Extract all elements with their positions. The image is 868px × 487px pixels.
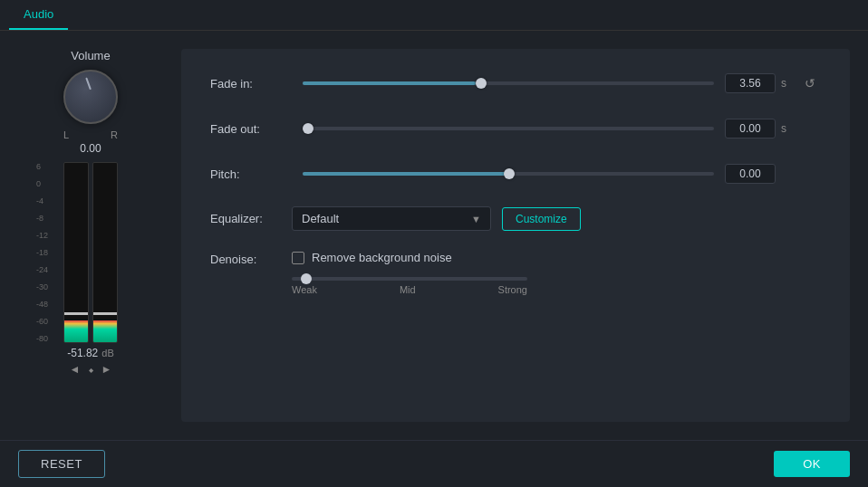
- vu-indicator-left: [64, 312, 88, 315]
- fade-out-slider[interactable]: [303, 127, 714, 130]
- fade-out-unit: s: [781, 122, 799, 135]
- pitch-value[interactable]: 0.00: [725, 164, 776, 184]
- pitch-label: Pitch:: [210, 167, 292, 181]
- vu-controls: ◄ ⬥ ►: [70, 363, 112, 376]
- fade-in-row: Fade in: 3.56 s ↺: [210, 71, 821, 96]
- fade-in-thumb[interactable]: [476, 78, 487, 89]
- db-unit: dB: [101, 348, 113, 358]
- pitch-slider[interactable]: [303, 172, 714, 176]
- fade-in-value[interactable]: 3.56: [725, 73, 776, 93]
- fade-in-reset-btn[interactable]: ↺: [799, 72, 821, 94]
- denoise-checkbox-label: Remove background noise: [312, 251, 452, 264]
- equalizer-dropdown[interactable]: Default ▼: [292, 206, 491, 231]
- equalizer-label: Equalizer:: [210, 212, 292, 225]
- volume-section: Volume L R 0.00 6 0 -4 -8 -12 -18 -24 -3…: [18, 49, 163, 422]
- fade-out-reset-placeholder: [799, 118, 821, 139]
- vu-indicator-right: [93, 312, 117, 315]
- denoise-label: Denoise:: [210, 251, 292, 266]
- volume-value: 0.00: [80, 142, 101, 155]
- volume-label: Volume: [71, 49, 110, 62]
- lr-right: R: [111, 129, 118, 140]
- fade-out-row: Fade out: 0.00 s: [210, 116, 821, 141]
- equalizer-selected: Default: [302, 212, 339, 225]
- fade-in-track: [303, 81, 714, 85]
- pitch-thumb[interactable]: [504, 168, 515, 179]
- lr-labels: L R: [63, 129, 118, 140]
- fade-in-label: Fade in:: [210, 77, 292, 91]
- vu-bottom: -51.82 dB: [67, 347, 114, 359]
- lr-left: L: [63, 129, 69, 140]
- denoise-slider-wrapper: Weak Mid Strong: [292, 277, 527, 295]
- vu-channel-left: [63, 162, 89, 343]
- db-value: -51.82: [67, 347, 98, 359]
- pitch-reset-placeholder: [799, 163, 821, 185]
- fade-out-value[interactable]: 0.00: [725, 119, 776, 138]
- volume-knob[interactable]: [63, 70, 118, 124]
- tab-audio[interactable]: Audio: [9, 0, 68, 30]
- pitch-track: [303, 172, 714, 176]
- fade-in-slider[interactable]: [303, 81, 714, 85]
- bottom-bar: RESET OK: [0, 440, 868, 487]
- equalizer-row: Equalizer: Default ▼ Customize: [210, 206, 821, 231]
- vu-reset-btn[interactable]: ⬥: [88, 363, 94, 376]
- denoise-checkbox-row: Remove background noise: [292, 251, 527, 264]
- fade-out-track: [303, 127, 714, 130]
- fade-out-thumb[interactable]: [303, 123, 313, 134]
- fade-in-unit: s: [781, 77, 799, 90]
- tab-bar: Audio: [0, 0, 868, 31]
- reset-button[interactable]: RESET: [18, 450, 105, 478]
- fade-in-fill: [303, 81, 476, 85]
- denoise-checkbox[interactable]: [292, 252, 304, 264]
- fade-out-label: Fade out:: [210, 122, 292, 136]
- vu-channel-right: [92, 162, 118, 343]
- denoise-row: Denoise: Remove background noise Weak Mi…: [210, 251, 821, 295]
- knob-indicator: [85, 78, 92, 91]
- ok-button[interactable]: OK: [774, 451, 850, 477]
- denoise-mid-label: Mid: [400, 284, 416, 295]
- vu-forward-btn[interactable]: ►: [101, 363, 112, 376]
- denoise-slider-track[interactable]: [292, 277, 527, 281]
- denoise-content: Remove background noise Weak Mid Strong: [292, 251, 527, 295]
- denoise-strong-label: Strong: [498, 284, 527, 295]
- vu-fill-left: [64, 320, 88, 342]
- pitch-fill: [303, 172, 508, 176]
- right-panel: Fade in: 3.56 s ↺ Fade out: 0.00 s: [181, 49, 850, 422]
- denoise-slider-thumb[interactable]: [301, 273, 312, 284]
- volume-knob-container: [63, 70, 118, 124]
- vu-rewind-btn[interactable]: ◄: [70, 363, 81, 376]
- main-content: Volume L R 0.00 6 0 -4 -8 -12 -18 -24 -3…: [0, 31, 868, 440]
- customize-button[interactable]: Customize: [502, 207, 581, 231]
- denoise-weak-label: Weak: [292, 284, 317, 295]
- vu-fill-right: [93, 320, 117, 342]
- chevron-down-icon: ▼: [471, 214, 481, 224]
- pitch-row: Pitch: 0.00: [210, 161, 821, 186]
- denoise-scale: Weak Mid Strong: [292, 284, 527, 295]
- vu-scale: 6 0 -4 -8 -12 -18 -24 -30 -48 -60 -80: [36, 162, 48, 343]
